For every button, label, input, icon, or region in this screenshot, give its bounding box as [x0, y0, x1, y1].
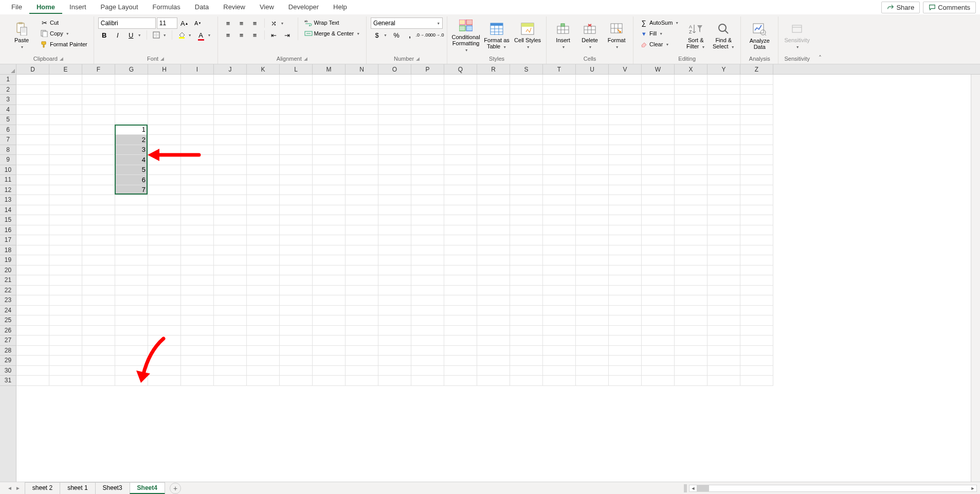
- cells-area[interactable]: 1234567: [16, 75, 971, 482]
- format-painter-button[interactable]: Format Painter: [38, 39, 89, 49]
- clear-button[interactable]: Clear▼: [638, 39, 681, 49]
- share-button[interactable]: Share: [881, 2, 920, 13]
- font-size-input[interactable]: [157, 17, 177, 29]
- bold-button[interactable]: B: [98, 30, 111, 40]
- cell-G12[interactable]: 7: [115, 185, 148, 196]
- row-header-16[interactable]: 16: [0, 225, 16, 236]
- row-header-4[interactable]: 4: [0, 105, 16, 115]
- col-header-G[interactable]: G: [115, 64, 148, 74]
- align-bottom-button[interactable]: ≡: [249, 18, 261, 28]
- col-header-N[interactable]: N: [346, 64, 378, 74]
- sheet-tab-sheet-2[interactable]: sheet 2: [25, 482, 60, 494]
- col-header-W[interactable]: W: [642, 64, 675, 74]
- row-header-27[interactable]: 27: [0, 336, 16, 346]
- row-header-13[interactable]: 13: [0, 195, 16, 205]
- sheet-nav[interactable]: ◄►: [3, 485, 25, 491]
- number-format-select[interactable]: General▼: [371, 17, 443, 29]
- tab-file[interactable]: File: [4, 1, 29, 14]
- col-header-T[interactable]: T: [543, 64, 576, 74]
- tab-formulas[interactable]: Formulas: [146, 1, 188, 14]
- cell-G6[interactable]: 1: [115, 125, 148, 135]
- sheet-nav-prev-icon[interactable]: ◄: [6, 485, 13, 491]
- scroll-left-icon[interactable]: ◄: [689, 485, 697, 491]
- align-right-button[interactable]: ≡: [249, 30, 261, 40]
- sort-filter-button[interactable]: AZ Sort & Filter ▼: [683, 17, 709, 55]
- col-header-E[interactable]: E: [49, 64, 82, 74]
- decrease-font-button[interactable]: A▼: [192, 18, 204, 28]
- row-header-26[interactable]: 26: [0, 326, 16, 336]
- tab-scroll-splitter[interactable]: [684, 484, 687, 492]
- row-header-19[interactable]: 19: [0, 255, 16, 266]
- align-top-button[interactable]: ≡: [222, 18, 234, 28]
- increase-indent-button[interactable]: ⇥: [281, 30, 294, 40]
- align-center-button[interactable]: ≡: [235, 30, 248, 40]
- row-header-18[interactable]: 18: [0, 245, 16, 256]
- col-header-O[interactable]: O: [378, 64, 411, 74]
- col-header-X[interactable]: X: [675, 64, 707, 74]
- vertical-scrollbar[interactable]: [971, 75, 980, 482]
- collapse-ribbon-button[interactable]: ˄: [815, 16, 825, 64]
- row-header-5[interactable]: 5: [0, 115, 16, 125]
- scroll-right-icon[interactable]: ►: [969, 485, 976, 491]
- select-all-corner[interactable]: [0, 64, 16, 74]
- merge-center-button[interactable]: Merge & Center▼: [302, 28, 362, 39]
- tab-page-layout[interactable]: Page Layout: [94, 1, 146, 14]
- cell-G9[interactable]: 4: [115, 155, 148, 165]
- analyze-data-button[interactable]: Analyze Data: [745, 17, 774, 55]
- orientation-button[interactable]: ⤭▼: [268, 18, 286, 28]
- comments-button[interactable]: Comments: [923, 2, 976, 13]
- sheet-tab-sheet-1[interactable]: sheet 1: [60, 482, 95, 494]
- col-header-D[interactable]: D: [16, 64, 49, 74]
- row-header-24[interactable]: 24: [0, 306, 16, 316]
- row-header-2[interactable]: 2: [0, 85, 16, 95]
- insert-cells-button[interactable]: Insert▼: [551, 17, 575, 55]
- tab-developer[interactable]: Developer: [281, 1, 326, 14]
- row-header-3[interactable]: 3: [0, 95, 16, 105]
- col-header-L[interactable]: L: [280, 64, 313, 74]
- autosum-button[interactable]: ∑AutoSum▼: [638, 17, 681, 28]
- fill-button[interactable]: ▾Fill▼: [638, 28, 681, 39]
- sheet-nav-next-icon[interactable]: ►: [14, 485, 22, 491]
- accounting-format-button[interactable]: $▼: [371, 30, 389, 40]
- row-header-1[interactable]: 1: [0, 75, 16, 85]
- row-header-31[interactable]: 31: [0, 376, 16, 386]
- paste-button[interactable]: Paste▼: [7, 17, 36, 55]
- align-middle-button[interactable]: ≡: [235, 18, 248, 28]
- row-header-10[interactable]: 10: [0, 165, 16, 175]
- increase-font-button[interactable]: A▲: [178, 18, 191, 28]
- conditional-formatting-button[interactable]: Conditional Formatting ▼: [451, 17, 480, 55]
- format-cells-button[interactable]: Format▼: [604, 17, 629, 55]
- row-header-12[interactable]: 12: [0, 185, 16, 196]
- col-header-S[interactable]: S: [510, 64, 543, 74]
- comma-button[interactable]: ,: [404, 30, 416, 40]
- cell-styles-button[interactable]: Cell Styles ▼: [513, 17, 542, 55]
- sheet-tab-sheet4[interactable]: Sheet4: [130, 482, 165, 494]
- col-header-R[interactable]: R: [477, 64, 510, 74]
- col-header-V[interactable]: V: [609, 64, 642, 74]
- tab-review[interactable]: Review: [216, 1, 252, 14]
- cell-G7[interactable]: 2: [115, 135, 148, 145]
- tab-view[interactable]: View: [252, 1, 281, 14]
- font-name-input[interactable]: [98, 17, 156, 29]
- row-header-29[interactable]: 29: [0, 356, 16, 366]
- row-header-23[interactable]: 23: [0, 295, 16, 306]
- cut-button[interactable]: ✂Cut: [38, 17, 89, 28]
- copy-button[interactable]: Copy▼: [38, 28, 89, 39]
- tab-data[interactable]: Data: [188, 1, 216, 14]
- row-header-15[interactable]: 15: [0, 215, 16, 225]
- underline-button[interactable]: U▼: [125, 30, 143, 40]
- horizontal-scrollbar[interactable]: ◄ ►: [689, 485, 977, 492]
- col-header-H[interactable]: H: [148, 64, 181, 74]
- decrease-indent-button[interactable]: ⇤: [268, 30, 280, 40]
- col-header-I[interactable]: I: [181, 64, 214, 74]
- row-header-21[interactable]: 21: [0, 275, 16, 286]
- format-as-table-button[interactable]: Format as Table ▼: [482, 17, 511, 55]
- row-header-30[interactable]: 30: [0, 366, 16, 376]
- fill-color-button[interactable]: ▼: [175, 30, 194, 40]
- row-header-22[interactable]: 22: [0, 286, 16, 296]
- row-header-17[interactable]: 17: [0, 235, 16, 245]
- col-header-J[interactable]: J: [214, 64, 247, 74]
- tab-insert[interactable]: Insert: [62, 1, 94, 14]
- row-header-28[interactable]: 28: [0, 346, 16, 356]
- col-header-P[interactable]: P: [411, 64, 444, 74]
